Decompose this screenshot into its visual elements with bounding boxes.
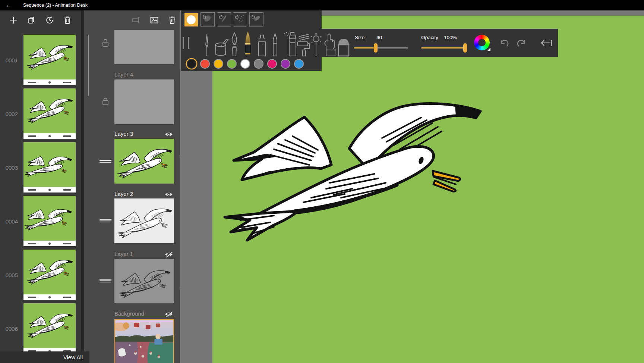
eye-icon[interactable] (164, 191, 174, 198)
tool-marker[interactable] (256, 34, 268, 57)
layer-drag-handle[interactable] (100, 218, 111, 223)
frames-panel: 0001 0002 0003 0004 0005 0006 (0, 10, 81, 363)
seagull-artwork (218, 86, 483, 246)
eye-icon[interactable] (164, 131, 174, 138)
layer-thumbnail-4[interactable] (114, 79, 174, 124)
layer-thumbnail-2[interactable] (114, 198, 174, 243)
tool-glitter[interactable] (310, 32, 322, 57)
frame-history-button[interactable] (45, 15, 54, 25)
tool-airbrush[interactable] (282, 31, 297, 57)
frame-number: 0004 (0, 218, 18, 225)
collapse-toolbar-button[interactable] (540, 37, 551, 48)
eye-off-icon[interactable] (164, 251, 174, 258)
title-bar: ← Sequence (2) - Animation Desk (0, 0, 644, 10)
layer-drag-handle[interactable] (100, 278, 111, 284)
layer-name: Background (114, 310, 144, 317)
frame-strip[interactable] (23, 187, 76, 193)
layer-lock-icon[interactable] (101, 38, 110, 48)
frames-scrollbar[interactable] (88, 35, 89, 96)
strip-dot (48, 81, 51, 84)
delete-layer-button[interactable] (167, 15, 177, 25)
size-slider-fill (354, 47, 376, 48)
color-swatches-bar (181, 57, 322, 71)
layer-name: Layer 3 (114, 131, 133, 137)
opacity-value: 100% (444, 35, 457, 40)
layer-lock-icon[interactable] (101, 97, 110, 106)
layers-scrollbar[interactable] (180, 157, 180, 288)
brush-presets-bar (181, 10, 322, 29)
eye-off-icon[interactable] (164, 311, 174, 318)
tool-paint-bucket[interactable] (214, 38, 229, 57)
frame-thumbnail-2[interactable] (23, 88, 76, 139)
swatch-gray[interactable] (254, 59, 263, 69)
layer-thumbnail-background[interactable] (114, 319, 174, 363)
collapse-handle-icon[interactable] (183, 37, 189, 49)
main-toolbar: Size 40 Opacity 100% (181, 29, 558, 57)
frame-strip[interactable] (23, 79, 76, 85)
size-value: 40 (376, 35, 382, 40)
rename-layer-button[interactable] (132, 15, 141, 25)
brush-preset-5[interactable] (249, 12, 263, 26)
strip-dash-right (63, 82, 71, 83)
redo-button[interactable] (516, 37, 527, 48)
layers-panel: Layer 4 Layer 3 Layer 2 Layer 1 Backgrou… (84, 10, 180, 363)
add-frame-button[interactable] (9, 15, 18, 25)
layer-drag-handle[interactable] (100, 159, 111, 164)
tool-eraser[interactable] (337, 37, 350, 57)
tool-pencil[interactable] (271, 33, 280, 57)
brush-preset-4[interactable] (233, 12, 247, 26)
layer-name: Layer 4 (114, 71, 133, 78)
frame-strip[interactable] (23, 294, 76, 300)
tool-finger-smudge[interactable] (323, 32, 336, 57)
layer-thumbnail-top[interactable] (114, 30, 174, 64)
color-wheel-expand-corner (487, 48, 490, 51)
size-slider-thumb[interactable] (374, 43, 378, 53)
tool-ink-pen[interactable] (229, 32, 240, 57)
frame-number: 0001 (0, 57, 18, 63)
delete-frame-button[interactable] (63, 15, 72, 25)
swatch-white[interactable] (240, 59, 250, 69)
swatch-green[interactable] (227, 59, 237, 69)
frame-thumbnail-4[interactable] (23, 196, 76, 246)
layer-thumbnail-3[interactable] (114, 139, 174, 184)
size-label: Size (355, 35, 364, 40)
frame-thumbnail-3[interactable] (23, 142, 76, 193)
frame-number: 0002 (0, 111, 18, 117)
opacity-slider-thumb[interactable] (463, 43, 467, 53)
frame-number: 0003 (0, 165, 18, 171)
tool-liner-brush[interactable] (202, 34, 212, 57)
swatch-black[interactable] (187, 59, 196, 69)
frame-number: 0005 (0, 272, 18, 278)
brush-preset-selected[interactable] (184, 13, 198, 26)
layer-name: Layer 1 (114, 251, 133, 257)
frame-thumbnail-1[interactable] (23, 35, 76, 85)
frame-thumbnail-5[interactable] (23, 250, 76, 300)
color-wheel-button[interactable] (474, 35, 490, 50)
duplicate-frame-button[interactable] (26, 15, 36, 25)
opacity-slider-track[interactable] (421, 47, 467, 48)
frame-strip[interactable] (23, 133, 76, 139)
opacity-label: Opacity (421, 35, 438, 40)
layer-name: Layer 2 (114, 191, 133, 197)
brush-preset-3[interactable] (217, 12, 231, 26)
undo-button[interactable] (498, 37, 509, 48)
frame-thumbnail-6[interactable] (23, 303, 76, 354)
import-image-button[interactable] (149, 15, 159, 25)
swatch-purple[interactable] (281, 59, 290, 69)
frame-number: 0006 (0, 326, 18, 332)
view-all-button[interactable]: View All (0, 351, 89, 363)
swatch-red[interactable] (200, 59, 210, 69)
strip-dash-left (28, 82, 36, 83)
swatch-blue[interactable] (294, 59, 304, 69)
back-icon[interactable]: ← (4, 1, 13, 10)
frame-strip[interactable] (23, 241, 76, 246)
brush-preset-2[interactable] (201, 12, 215, 26)
window-title: Sequence (2) - Animation Desk (23, 0, 88, 10)
swatch-amber[interactable] (214, 59, 223, 69)
layer-thumbnail-1[interactable] (114, 259, 174, 303)
round-brush-preview (187, 15, 196, 24)
tool-paintbrush-selected[interactable] (243, 31, 253, 57)
tool-paint-roller[interactable] (296, 34, 311, 57)
swatch-magenta[interactable] (267, 59, 277, 69)
panel-divider (81, 10, 84, 363)
